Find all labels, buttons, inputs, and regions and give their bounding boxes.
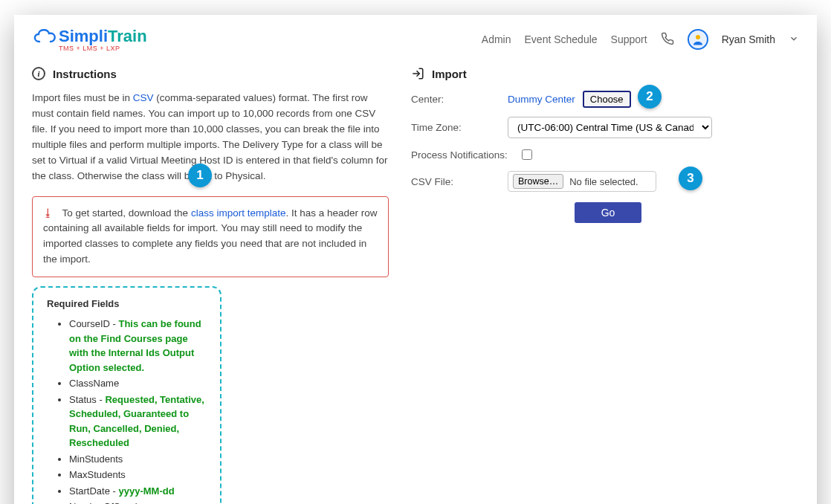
avatar[interactable]	[688, 29, 708, 50]
instructions-panel: i Instructions Import files must be in C…	[32, 67, 389, 504]
process-notifications-checkbox[interactable]	[522, 149, 532, 160]
nav-event-schedule[interactable]: Event Schedule	[525, 33, 598, 45]
file-status: No file selected.	[569, 176, 638, 187]
info-icon: i	[32, 67, 45, 80]
cloud-icon	[32, 27, 57, 46]
timezone-select[interactable]: (UTC-06:00) Central Time (US & Canada)	[508, 117, 712, 138]
brand-name-b: Train	[108, 27, 147, 46]
csv-file-input[interactable]: Browse… No file selected.	[508, 171, 656, 192]
top-nav: Admin Event Schedule Support Ryan Smith	[482, 29, 799, 50]
csv-link[interactable]: CSV	[133, 92, 154, 103]
callout-1: 1	[188, 164, 212, 187]
center-label: Center:	[411, 94, 508, 105]
notifications-label: Process Notifications:	[411, 149, 519, 161]
center-value[interactable]: Dummy Center	[508, 94, 575, 105]
callout-2: 2	[638, 85, 662, 109]
list-item: NumberOfSessions	[69, 500, 207, 504]
go-button[interactable]: Go	[575, 202, 641, 223]
svg-point-0	[696, 35, 700, 39]
import-heading: Import	[432, 68, 467, 80]
nav-support[interactable]: Support	[611, 33, 647, 45]
user-name[interactable]: Ryan Smith	[722, 33, 775, 45]
alert-text-a: To get started, download the	[62, 207, 191, 219]
brand-tagline: TMS + LMS + LXP	[59, 45, 120, 52]
import-icon	[411, 67, 424, 80]
logo[interactable]: SimpliTrain TMS + LMS + LXP	[32, 27, 147, 52]
instructions-text: Import files must be in CSV (comma-separ…	[32, 91, 389, 184]
topbar: SimpliTrain TMS + LMS + LXP Admin Event …	[32, 24, 799, 52]
instr-body-a: Import files must be in	[32, 92, 133, 103]
list-item: Status - Requested, Tentative, Scheduled…	[69, 392, 207, 450]
import-panel: Import Center: Dummy Center Choose 2 Tim…	[411, 67, 799, 504]
required-fields-list: CourseID - This can be found on the Find…	[47, 317, 207, 504]
csv-file-label: CSV File:	[411, 176, 508, 187]
list-item: CourseID - This can be found on the Find…	[69, 317, 207, 375]
required-fields-box: Required Fields CourseID - This can be f…	[32, 286, 222, 504]
list-item: ClassName	[69, 376, 207, 391]
instr-body-b: (comma-separated values) format. The fir…	[32, 92, 388, 181]
brand-name-a: Simpli	[59, 27, 108, 46]
class-import-template-link[interactable]: class import template	[191, 207, 286, 219]
phone-icon[interactable]	[661, 32, 674, 48]
nav-admin[interactable]: Admin	[482, 33, 511, 45]
timezone-label: Time Zone:	[411, 122, 508, 133]
instructions-heading: Instructions	[53, 68, 117, 80]
download-template-alert: ⭳ To get started, download the class imp…	[32, 196, 389, 278]
list-item: MinStudents	[69, 452, 207, 467]
browse-button[interactable]: Browse…	[513, 174, 563, 189]
callout-3: 3	[679, 167, 702, 190]
download-icon: ⭳	[43, 207, 54, 219]
list-item: StartDate - yyyy-MM-dd	[69, 484, 207, 499]
chevron-down-icon[interactable]	[789, 33, 799, 46]
list-item: MaxStudents	[69, 468, 207, 482]
required-fields-title: Required Fields	[47, 298, 207, 309]
choose-center-button[interactable]: Choose	[583, 91, 631, 108]
